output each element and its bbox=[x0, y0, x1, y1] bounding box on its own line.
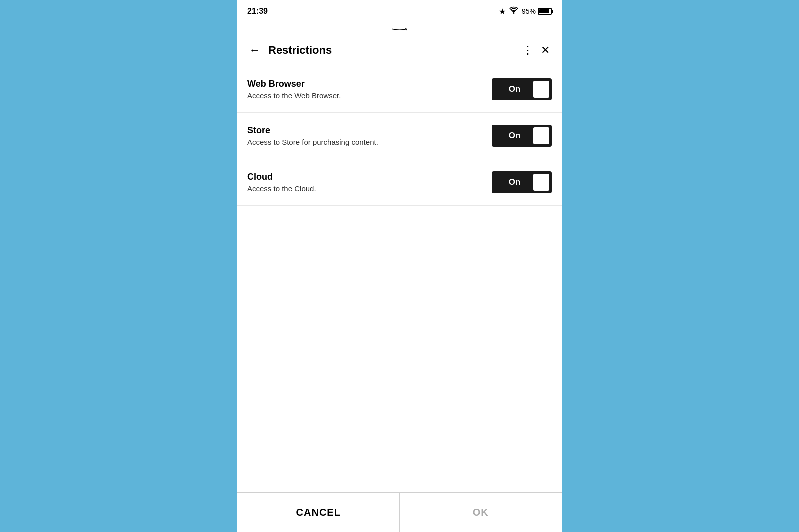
battery-fill bbox=[539, 9, 549, 13]
wifi-icon bbox=[509, 6, 519, 16]
back-button[interactable]: ← bbox=[247, 42, 262, 59]
toggle-web-browser-label: On bbox=[492, 84, 533, 94]
status-icons: ★ 95% bbox=[499, 6, 552, 16]
cancel-label: CANCEL bbox=[296, 507, 341, 518]
restriction-text-cloud: Cloud Access to the Cloud. bbox=[247, 172, 482, 193]
restriction-desc-store: Access to Store for purchasing content. bbox=[247, 138, 482, 146]
restriction-desc-web-browser: Access to the Web Browser. bbox=[247, 91, 482, 100]
cancel-button[interactable]: CANCEL bbox=[237, 493, 400, 532]
toggle-cloud-thumb bbox=[533, 174, 549, 191]
toggle-cloud[interactable]: On bbox=[492, 171, 552, 193]
svg-point-0 bbox=[513, 12, 514, 14]
restriction-item-store: Store Access to Store for purchasing con… bbox=[237, 113, 562, 159]
status-bar: 21:39 ★ 95% bbox=[237, 0, 562, 22]
close-button[interactable]: ✕ bbox=[539, 42, 552, 59]
toggle-web-browser[interactable]: On bbox=[492, 78, 552, 100]
toggle-store-label: On bbox=[492, 131, 533, 141]
restriction-title-store: Store bbox=[247, 125, 482, 136]
battery-percent: 95% bbox=[522, 7, 536, 15]
battery-icon bbox=[538, 8, 552, 15]
toggle-cloud-label: On bbox=[492, 177, 533, 187]
toggle-web-browser-thumb bbox=[533, 81, 549, 98]
phone-frame: 21:39 ★ 95% bbox=[237, 0, 562, 532]
more-options-button[interactable]: ⋮ bbox=[517, 42, 539, 59]
restriction-title-web-browser: Web Browser bbox=[247, 79, 482, 89]
content-area: Web Browser Access to the Web Browser. O… bbox=[237, 66, 562, 492]
restriction-item-cloud: Cloud Access to the Cloud. On bbox=[237, 159, 562, 206]
status-time: 21:39 bbox=[247, 7, 268, 16]
restriction-desc-cloud: Access to the Cloud. bbox=[247, 184, 482, 193]
battery-container: 95% bbox=[522, 7, 552, 15]
ok-label: OK bbox=[473, 507, 489, 518]
restriction-item-web-browser: Web Browser Access to the Web Browser. O… bbox=[237, 66, 562, 113]
restriction-text-store: Store Access to Store for purchasing con… bbox=[247, 125, 482, 146]
toggle-store-thumb bbox=[533, 127, 549, 144]
bluetooth-icon: ★ bbox=[499, 7, 506, 16]
restriction-text-web-browser: Web Browser Access to the Web Browser. bbox=[247, 79, 482, 100]
page-title: Restrictions bbox=[268, 44, 517, 57]
footer: CANCEL OK bbox=[237, 492, 562, 532]
amazon-logo-bar bbox=[237, 22, 562, 35]
restriction-title-cloud: Cloud bbox=[247, 172, 482, 182]
page-header: ← Restrictions ⋮ ✕ bbox=[237, 35, 562, 66]
amazon-smile-icon bbox=[390, 24, 409, 32]
ok-button[interactable]: OK bbox=[400, 493, 562, 532]
toggle-store[interactable]: On bbox=[492, 125, 552, 147]
